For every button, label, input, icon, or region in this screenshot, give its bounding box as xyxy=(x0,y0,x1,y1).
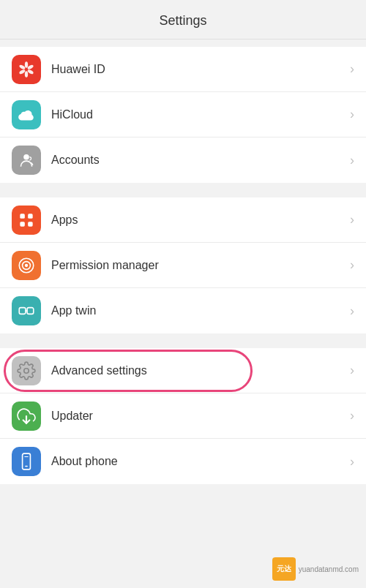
svg-point-6 xyxy=(23,154,29,160)
accounts-item[interactable]: Accounts › xyxy=(0,137,366,183)
svg-rect-19 xyxy=(23,453,31,470)
apps-section: Apps › Permission manager › App twin › xyxy=(0,197,366,333)
apps-icon-wrap xyxy=(12,206,41,235)
huawei-id-item[interactable]: Huawei ID › xyxy=(0,47,366,92)
account-section: Huawei ID › HiCloud › Accounts › xyxy=(0,47,366,183)
apps-icon xyxy=(17,211,36,230)
advanced-icon xyxy=(17,361,36,380)
hicloud-item[interactable]: HiCloud › xyxy=(0,92,366,137)
about-icon xyxy=(17,452,36,471)
watermark-logo: 元达 xyxy=(272,557,296,581)
svg-point-4 xyxy=(19,69,26,75)
header: Settings xyxy=(0,0,366,39)
svg-rect-9 xyxy=(20,222,24,227)
permission-manager-label: Permission manager xyxy=(51,259,350,272)
permission-icon xyxy=(17,256,36,275)
svg-rect-15 xyxy=(27,308,34,314)
svg-point-1 xyxy=(27,64,34,69)
page-title: Settings xyxy=(159,13,206,28)
hicloud-icon xyxy=(17,105,36,124)
updater-label: Updater xyxy=(51,410,350,423)
huawei-id-icon-wrap xyxy=(12,55,41,84)
about-phone-item[interactable]: About phone › xyxy=(0,439,366,484)
section-divider-1 xyxy=(0,183,366,190)
accounts-icon xyxy=(17,151,36,170)
accounts-label: Accounts xyxy=(51,154,350,167)
updater-item[interactable]: Updater › xyxy=(0,393,366,439)
advanced-settings-chevron: › xyxy=(350,363,354,378)
apptwin-icon xyxy=(17,301,36,320)
app-twin-item[interactable]: App twin › xyxy=(0,288,366,333)
svg-rect-14 xyxy=(19,308,26,314)
accounts-chevron: › xyxy=(350,153,354,168)
svg-point-17 xyxy=(24,368,29,373)
svg-rect-7 xyxy=(20,214,24,219)
system-section: Advanced settings › Updater › About phon… xyxy=(0,348,366,484)
huawei-id-chevron: › xyxy=(350,61,354,77)
advanced-settings-item[interactable]: Advanced settings › xyxy=(0,348,366,393)
about-phone-label: About phone xyxy=(51,455,350,468)
advanced-settings-icon-wrap xyxy=(12,356,41,385)
svg-rect-8 xyxy=(28,214,32,219)
permission-manager-item[interactable]: Permission manager › xyxy=(0,243,366,288)
svg-point-3 xyxy=(25,71,28,78)
apps-item[interactable]: Apps › xyxy=(0,197,366,243)
accounts-icon-wrap xyxy=(12,146,41,175)
app-twin-chevron: › xyxy=(350,304,354,319)
app-twin-label: App twin xyxy=(51,304,350,317)
about-phone-icon-wrap xyxy=(12,447,41,476)
hicloud-chevron: › xyxy=(350,107,354,122)
apps-chevron: › xyxy=(350,212,354,227)
permission-manager-icon-wrap xyxy=(12,251,41,280)
hicloud-icon-wrap xyxy=(12,100,41,129)
about-phone-chevron: › xyxy=(350,454,354,470)
updater-chevron: › xyxy=(350,408,354,423)
svg-rect-10 xyxy=(28,222,32,227)
section-divider-2 xyxy=(0,333,366,341)
permission-manager-chevron: › xyxy=(350,257,354,273)
svg-point-2 xyxy=(27,69,34,75)
watermark: 元达 yuandatanmd.com xyxy=(272,557,359,581)
svg-point-13 xyxy=(25,263,28,266)
svg-point-0 xyxy=(25,61,28,68)
huawei-icon xyxy=(17,60,36,79)
apps-label: Apps xyxy=(51,214,350,227)
app-twin-icon-wrap xyxy=(12,296,41,325)
updater-icon xyxy=(17,407,36,426)
huawei-id-label: Huawei ID xyxy=(51,63,350,76)
advanced-settings-label: Advanced settings xyxy=(51,364,350,377)
watermark-text: yuandatanmd.com xyxy=(299,565,359,573)
updater-icon-wrap xyxy=(12,402,41,431)
svg-point-5 xyxy=(19,64,26,69)
hicloud-label: HiCloud xyxy=(51,108,350,121)
